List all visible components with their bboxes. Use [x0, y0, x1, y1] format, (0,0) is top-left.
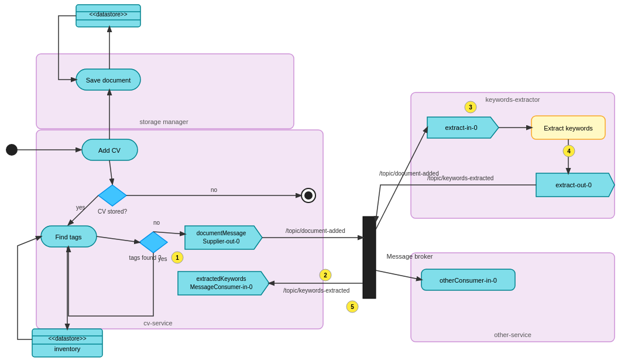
diagram-canvas: storage manager cv-service keywords-extr… [0, 0, 621, 364]
message-broker-node [363, 217, 376, 298]
extracted-kw-consumer-node [178, 272, 269, 295]
no-cv-label: no [211, 187, 218, 193]
end-state-inner [304, 191, 313, 200]
extract-out-0-label: extract-out-0 [555, 181, 592, 188]
badge-4-label: 4 [567, 148, 571, 154]
add-cv-label: Add CV [98, 147, 121, 154]
datastore-top-label: <<datastore>> [89, 11, 127, 18]
datastore-inventory-node [32, 329, 102, 357]
cv-stored-label: CV stored? [98, 208, 127, 215]
yes-tags-label: yes [158, 256, 167, 262]
badge-3-label: 3 [469, 104, 472, 111]
badge-2-label: 2 [324, 272, 327, 279]
doc-msg-supplier-label2: Supplier-out-0 [203, 238, 240, 245]
other-consumer-label: otherConsumer-in-0 [440, 277, 497, 284]
extracted-kw-consumer-label2: MessageConsumer-in-0 [190, 284, 253, 290]
yes-cv-label: yes [76, 204, 85, 211]
extracted-kw-consumer-label1: extractedKeywords [196, 276, 246, 282]
badge-5-label: 5 [351, 304, 354, 310]
save-document-label: Save document [86, 77, 131, 84]
datastore-inventory-label1: <<datastore>> [48, 335, 86, 342]
topic-doc-added-2-label: /topic/document-added [286, 228, 345, 234]
badge-1-label: 1 [176, 255, 179, 261]
message-broker-label: Message broker [387, 253, 433, 260]
other-service-label: other-service [494, 331, 531, 338]
doc-msg-supplier-node [185, 226, 262, 249]
extract-in-0-label: extract-in-0 [445, 124, 477, 131]
no-tags-label: no [153, 219, 160, 226]
cv-service-label: cv-service [143, 320, 173, 327]
datastore-inventory-label2: inventory [54, 345, 81, 352]
topic-kw-extracted-1-label: /topic/keywords-extracted [427, 175, 493, 181]
storage-manager-region [36, 54, 294, 129]
keywords-extractor-label: keywords-extractor [486, 96, 540, 103]
tags-found-label: tags found ? [129, 255, 161, 261]
keywords-extractor-region [411, 92, 615, 218]
topic-kw-extracted-2-label: /topic/keywords-extracted [283, 287, 349, 294]
initial-state [6, 144, 18, 156]
extract-keywords-label: Extract keywords [544, 125, 593, 132]
doc-msg-supplier-label1: documentMessage [197, 230, 246, 236]
find-tags-label: Find tags [55, 233, 82, 241]
storage-manager-label: storage manager [139, 118, 188, 125]
other-service-region [411, 253, 615, 342]
